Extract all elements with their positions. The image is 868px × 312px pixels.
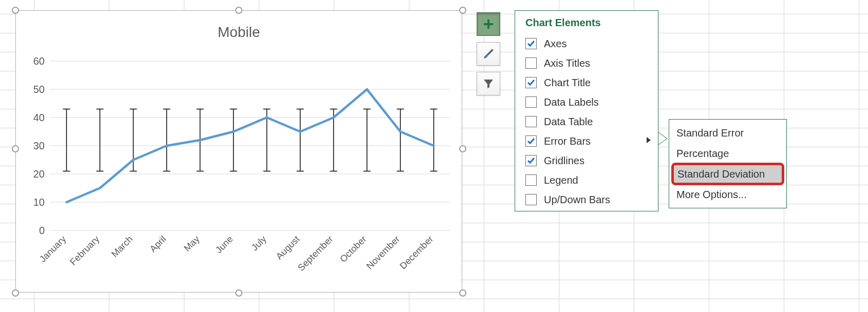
chart-styles-button[interactable] — [477, 42, 500, 66]
chart-elements-popup: Chart Elements AxesAxis TitlesChart Titl… — [515, 10, 658, 211]
checkbox[interactable] — [525, 135, 537, 147]
svg-text:September: September — [296, 234, 335, 273]
selection-handle[interactable] — [12, 289, 19, 297]
selection-handle[interactable] — [12, 7, 19, 14]
checkbox[interactable] — [525, 57, 537, 69]
svg-text:March: March — [109, 234, 135, 260]
highlight-border — [671, 163, 784, 185]
chart-element-item[interactable]: Error Bars — [525, 131, 650, 151]
error-bars-option[interactable]: Percentage — [669, 143, 786, 164]
chart-element-label: Gridlines — [544, 155, 584, 167]
svg-text:May: May — [182, 234, 201, 254]
chart-element-label: Chart Title — [544, 77, 591, 89]
chart-element-item[interactable]: Data Labels — [525, 92, 650, 112]
error-bars-option[interactable]: More Options... — [669, 184, 786, 205]
chart-element-item[interactable]: Axes — [525, 34, 650, 53]
checkbox[interactable] — [525, 155, 537, 166]
svg-text:60: 60 — [33, 56, 45, 67]
chart-element-label: Error Bars — [544, 135, 591, 147]
chart-title[interactable]: Mobile — [16, 24, 462, 41]
chart-element-item[interactable]: Axis Titles — [525, 53, 650, 73]
error-bars-option[interactable]: Standard Error — [669, 123, 786, 143]
chart-element-label: Data Table — [544, 116, 593, 128]
chart-element-item[interactable]: Up/Down Bars — [525, 190, 650, 209]
selection-handle[interactable] — [459, 145, 466, 152]
selection-handle[interactable] — [235, 289, 242, 297]
svg-text:July: July — [250, 234, 269, 253]
chart-element-label: Legend — [544, 174, 578, 186]
selection-handle[interactable] — [459, 289, 466, 297]
svg-text:50: 50 — [33, 84, 45, 95]
chart-element-item[interactable]: Legend — [525, 170, 650, 190]
chart-element-label: Data Labels — [544, 96, 599, 108]
error-bars-option[interactable]: Standard Deviation — [673, 165, 782, 183]
svg-text:30: 30 — [33, 140, 45, 151]
checkbox[interactable] — [525, 116, 537, 127]
chart-element-label: Axes — [544, 38, 567, 50]
chart-plot: 0102030405060JanuaryFebruaryMarchAprilMa… — [24, 56, 456, 297]
funnel-icon — [482, 77, 495, 90]
svg-text:February: February — [68, 234, 101, 267]
selection-handle[interactable] — [12, 145, 19, 152]
selection-handle[interactable] — [459, 7, 466, 14]
chevron-right-icon[interactable] — [646, 136, 652, 146]
chart-element-item[interactable]: Gridlines — [525, 151, 650, 170]
chart-element-label: Up/Down Bars — [544, 194, 610, 206]
svg-text:April: April — [148, 234, 168, 255]
checkbox[interactable] — [525, 38, 537, 49]
svg-text:20: 20 — [33, 168, 45, 180]
chart-elements-button[interactable] — [477, 12, 500, 36]
chart-element-item[interactable]: Chart Title — [525, 73, 650, 92]
chart-side-buttons — [477, 12, 502, 102]
svg-text:40: 40 — [33, 112, 45, 123]
chart-elements-title: Chart Elements — [525, 17, 650, 29]
chart-element-item[interactable]: Data Table — [525, 112, 650, 131]
svg-text:10: 10 — [33, 197, 45, 208]
svg-text:October: October — [338, 234, 368, 264]
checkbox[interactable] — [525, 96, 537, 108]
error-bars-submenu: Standard ErrorPercentageStandard Deviati… — [669, 119, 787, 208]
checkbox[interactable] — [525, 194, 537, 205]
checkbox[interactable] — [525, 77, 537, 88]
chart-element-label: Axis Titles — [544, 57, 590, 69]
checkbox[interactable] — [525, 174, 537, 186]
svg-text:August: August — [274, 234, 302, 262]
plus-icon — [482, 18, 495, 30]
svg-text:December: December — [398, 234, 435, 271]
svg-text:January: January — [37, 234, 68, 264]
selection-handle[interactable] — [235, 7, 242, 14]
submenu-connector — [658, 131, 669, 146]
svg-text:0: 0 — [39, 225, 45, 236]
svg-text:June: June — [214, 234, 235, 256]
chart-filter-button[interactable] — [477, 72, 500, 95]
brush-icon — [482, 47, 495, 61]
svg-text:November: November — [364, 234, 402, 271]
chart-container[interactable]: Mobile 0102030405060JanuaryFebruaryMarch… — [15, 10, 462, 292]
